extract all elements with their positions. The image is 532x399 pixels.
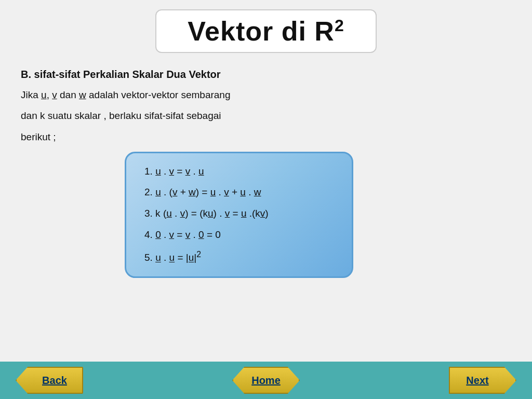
home-button[interactable]: Home: [232, 367, 300, 394]
title-box: Vektor di R2: [155, 9, 376, 53]
title-area: Vektor di R2: [0, 0, 532, 58]
property-4: 4. 0 . v = v . 0 = 0: [144, 228, 334, 242]
property-5: 5. u . u = |u|2: [144, 249, 334, 265]
properties-box: 1. u . v = v . u 2. u . (v + w) = u . v …: [125, 152, 353, 278]
intro-line3: berikut ;: [21, 129, 511, 145]
bottom-nav: Back Home Next: [0, 362, 532, 399]
intro-line2: dan k suatu skalar , berlaku sifat-sifat…: [21, 108, 511, 124]
property-2: 2. u . (v + w) = u . v + u . w: [144, 185, 334, 200]
main-content: B. sifat-sifat Perkalian Skalar Dua Vekt…: [0, 58, 532, 362]
title-superscript: 2: [335, 16, 344, 35]
next-button[interactable]: Next: [449, 367, 516, 394]
property-1: 1. u . v = v . u: [144, 165, 334, 179]
next-arrow-shape[interactable]: Next: [449, 367, 516, 394]
home-label: Home: [251, 375, 281, 387]
back-label: Back: [42, 375, 67, 387]
section-heading: B. sifat-sifat Perkalian Skalar Dua Vekt…: [21, 69, 511, 81]
next-label: Next: [466, 375, 488, 387]
home-arrow-shape[interactable]: Home: [232, 367, 300, 394]
intro-block: Jika u, v dan w adalah vektor-vektor sem…: [21, 87, 511, 145]
intro-line1: Jika u, v dan w adalah vektor-vektor sem…: [21, 87, 511, 103]
back-arrow-shape[interactable]: Back: [16, 367, 83, 394]
title-text: Vektor di R: [188, 16, 335, 46]
property-3: 3. k (u . v) = (ku) . v = u .(kv): [144, 207, 334, 221]
page-title: Vektor di R2: [188, 16, 344, 47]
back-button[interactable]: Back: [16, 367, 83, 394]
